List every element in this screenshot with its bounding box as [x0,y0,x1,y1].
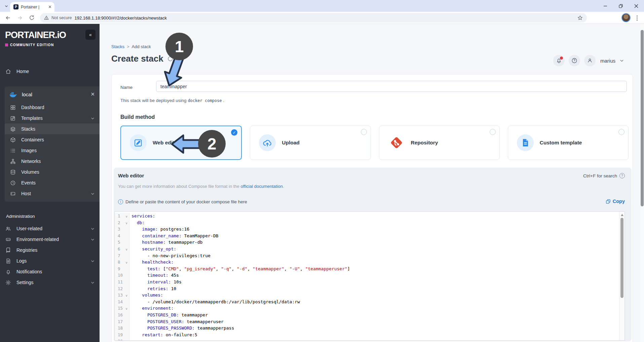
build-method-upload[interactable]: Upload [250,126,371,160]
registries-icon [5,247,11,253]
sidebar-item-networks[interactable]: Networks [5,156,100,167]
sidebar-item-home[interactable]: Home [0,66,100,77]
chevron-down-icon[interactable] [90,192,95,196]
sidebar-item-images[interactable]: Images [5,145,100,156]
sidebar-item-environment-related[interactable]: Environment-related [0,234,100,245]
code-text[interactable]: container_name: TeamMapper-DB [129,233,218,239]
compose-code-editor[interactable]: 1vservices:2v db:3 image: postgres:164 c… [114,211,625,341]
home-icon [5,69,11,74]
reload-button[interactable] [28,14,35,22]
code-text[interactable]: timeout: 45s [129,272,179,279]
chevron-down-icon[interactable] [90,227,95,231]
host-icon [10,191,16,197]
code-text[interactable]: security_opt: [129,246,176,252]
edit-icon [130,134,147,151]
user-menu-button[interactable] [584,55,596,66]
browser-profile-avatar[interactable] [621,13,631,22]
code-text[interactable]: hostname: teammapper-db [129,239,202,246]
browser-tab[interactable]: P Portainer | ✕ [10,2,54,12]
help-button[interactable] [569,55,580,66]
code-text[interactable]: test: ["CMD", "pg_isready", "-q", "-d", … [129,266,350,272]
scroll-up-arrow-icon[interactable] [621,214,623,216]
sidebar-item-host[interactable]: Host [5,188,100,199]
chevron-down-icon[interactable] [90,280,95,285]
selected-check-icon[interactable]: ✓ [231,129,237,136]
sidebar-item-logs[interactable]: Logs [0,255,100,266]
notifications-button[interactable] [553,55,565,66]
code-text[interactable]: retries: 10 [129,285,176,292]
page-scrollbar-thumb[interactable] [641,30,644,206]
sidebar-item-notifications[interactable]: Notifications [0,266,100,277]
editor-scrollbar-thumb[interactable] [620,218,623,298]
portainer-favicon-icon: P [13,4,18,9]
sidebar-item-events[interactable]: Events [5,177,100,188]
line-number: 10 [115,272,129,279]
web-editor-title: Web editor [118,173,144,178]
code-text[interactable]: - /volume1/docker/teammapperdb:/var/lib/… [129,299,300,305]
copy-button[interactable]: Copy [606,199,625,204]
compose-info-text: You can get more information about Compo… [118,184,284,189]
sidebar-item-stacks[interactable]: Stacks [5,124,100,134]
chevron-down-icon[interactable] [90,259,95,263]
radio-unselected-icon[interactable] [618,129,624,135]
environment-close-icon[interactable]: ✕ [90,91,95,97]
window-close-button[interactable] [629,0,644,12]
code-text[interactable]: db: [129,219,145,226]
sidebar-collapse-button[interactable]: « [85,30,96,40]
sidebar-item-registries[interactable]: Registries [0,245,100,255]
refresh-icon[interactable] [167,56,174,62]
sidebar-item-label: Templates [21,115,43,121]
sidebar-item-dashboard[interactable]: Dashboard [5,102,100,113]
username[interactable]: marius [600,58,615,64]
back-button[interactable] [4,14,12,22]
chevron-down-icon[interactable] [90,116,95,121]
git-icon [388,134,405,151]
bookmark-star-icon[interactable] [577,15,583,21]
tab-close-icon[interactable]: ✕ [48,4,52,9]
code-text[interactable]: environment: [129,305,174,312]
sidebar-item-settings[interactable]: Settings [0,277,100,288]
official-documentation-link[interactable]: official documentation [240,184,283,189]
sidebar-item-user-related[interactable]: User-related [0,223,100,234]
tab-search-button[interactable] [3,2,10,10]
build-method-repository[interactable]: Repository [379,126,500,160]
code-text[interactable]: restart: on-failure:5 [129,332,197,338]
url-text[interactable]: 192.168.1.18:9000/#!/2/docker/stacks/new… [74,15,575,21]
code-text[interactable]: volumes: [129,292,163,299]
breadcrumb-stacks-link[interactable]: Stacks [111,44,124,49]
chevron-down-icon[interactable] [619,58,624,63]
code-text[interactable]: POSTGRES_PASSWORD: teammapperpass [129,325,234,332]
code-text[interactable]: services: [129,213,155,219]
code-text[interactable]: POSTGRES_DB: teammapper [129,312,208,318]
sidebar-item-containers[interactable]: Containers [5,134,100,145]
radio-unselected-icon[interactable] [490,129,496,135]
code-text[interactable] [129,338,131,341]
page-scrollbar[interactable] [640,24,644,342]
window-restore-button[interactable] [613,0,629,12]
code-text[interactable]: image: postgres:16 [129,226,189,233]
stack-name-input[interactable] [156,81,627,92]
url-bar[interactable]: Not secure 192.168.1.18:9000/#!/2/docker… [40,13,587,23]
sidebar-item-local[interactable]: local ✕ [5,87,100,102]
line-number: 12 [115,285,129,292]
sidebar-item-templates[interactable]: Templates [5,113,100,124]
info-icon: i [118,199,123,204]
editor-scrollbar[interactable] [619,212,624,340]
forward-button[interactable] [16,14,24,22]
build-method-custom-template[interactable]: Custom template [508,126,629,160]
window-minimize-button[interactable] [598,0,613,12]
sidebar-item-volumes[interactable]: Volumes [5,167,100,177]
browser-menu-icon[interactable] [634,14,640,21]
code-text[interactable]: healthcheck: [129,259,174,266]
line-number: 17 [115,318,129,325]
question-circle-icon[interactable]: ? [619,173,625,178]
edition-label: COMMUNITY EDITION [10,43,54,47]
radio-unselected-icon[interactable] [361,129,367,135]
code-text[interactable]: interval: 10s [129,279,182,285]
environment-group: local ✕ DashboardTemplatesStacksContaine… [5,87,100,202]
build-method-web-editor[interactable]: Web editor✓ [120,126,242,160]
not-secure-label[interactable]: Not secure [51,15,72,20]
code-text[interactable]: POSTGRES_USER: teammapperuser [129,318,224,325]
code-text[interactable]: - no-new-privileges:true [129,252,211,259]
chevron-down-icon[interactable] [90,237,95,242]
